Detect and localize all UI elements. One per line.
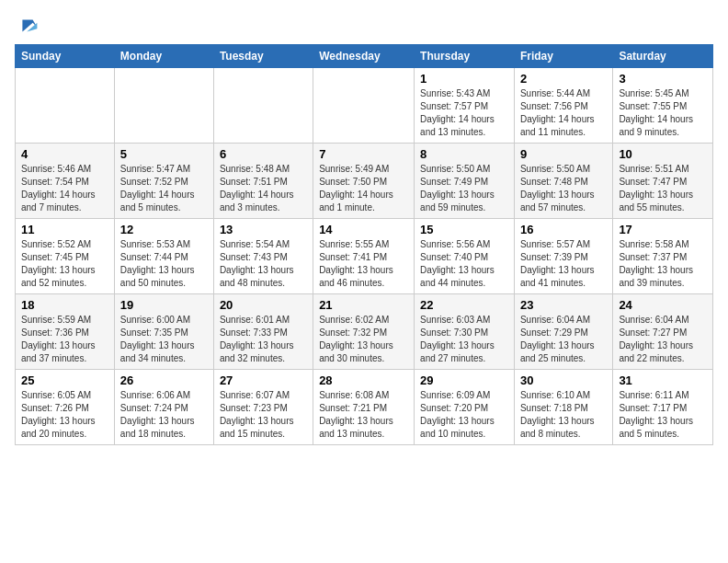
day-number: 4 <box>21 147 108 161</box>
calendar-day-cell: 1Sunrise: 5:43 AM Sunset: 7:57 PM Daylig… <box>415 68 515 144</box>
calendar-day-cell <box>313 68 415 144</box>
day-number: 19 <box>120 298 208 312</box>
day-number: 22 <box>420 298 508 312</box>
day-info: Sunrise: 5:56 AM Sunset: 7:40 PM Dayligh… <box>420 238 508 290</box>
day-number: 31 <box>619 373 707 387</box>
day-info: Sunrise: 6:06 AM Sunset: 7:24 PM Dayligh… <box>120 389 208 441</box>
calendar-day-cell: 2Sunrise: 5:44 AM Sunset: 7:56 PM Daylig… <box>514 68 612 144</box>
day-info: Sunrise: 5:46 AM Sunset: 7:54 PM Dayligh… <box>21 163 108 214</box>
calendar-day-cell: 17Sunrise: 5:58 AM Sunset: 7:37 PM Dayli… <box>613 219 713 294</box>
day-number: 26 <box>120 373 208 387</box>
day-info: Sunrise: 5:49 AM Sunset: 7:50 PM Dayligh… <box>319 163 408 214</box>
calendar-day-cell: 22Sunrise: 6:03 AM Sunset: 7:30 PM Dayli… <box>415 294 515 370</box>
calendar-day-cell: 10Sunrise: 5:51 AM Sunset: 7:47 PM Dayli… <box>613 144 713 219</box>
day-number: 7 <box>319 147 408 161</box>
calendar-day-cell: 12Sunrise: 5:53 AM Sunset: 7:44 PM Dayli… <box>114 219 213 294</box>
day-info: Sunrise: 6:10 AM Sunset: 7:18 PM Dayligh… <box>520 389 607 441</box>
logo <box>15 15 39 37</box>
logo-text <box>15 15 39 37</box>
day-number: 28 <box>319 373 408 387</box>
day-info: Sunrise: 5:44 AM Sunset: 7:56 PM Dayligh… <box>520 87 607 139</box>
calendar-week-row: 11Sunrise: 5:52 AM Sunset: 7:45 PM Dayli… <box>16 219 713 294</box>
calendar-day-cell <box>213 68 313 144</box>
calendar-day-cell: 29Sunrise: 6:09 AM Sunset: 7:20 PM Dayli… <box>415 370 515 445</box>
day-info: Sunrise: 5:52 AM Sunset: 7:45 PM Dayligh… <box>21 238 108 290</box>
day-number: 9 <box>520 147 607 161</box>
day-number: 29 <box>420 373 508 387</box>
day-number: 12 <box>120 223 208 236</box>
calendar-day-cell: 4Sunrise: 5:46 AM Sunset: 7:54 PM Daylig… <box>16 144 115 219</box>
calendar-day-cell: 8Sunrise: 5:50 AM Sunset: 7:49 PM Daylig… <box>415 144 515 219</box>
weekday-header: Tuesday <box>213 45 313 68</box>
calendar-day-cell: 24Sunrise: 6:04 AM Sunset: 7:27 PM Dayli… <box>613 294 713 370</box>
calendar-day-cell: 7Sunrise: 5:49 AM Sunset: 7:50 PM Daylig… <box>313 144 415 219</box>
calendar-day-cell: 23Sunrise: 6:04 AM Sunset: 7:29 PM Dayli… <box>514 294 612 370</box>
day-info: Sunrise: 6:04 AM Sunset: 7:29 PM Dayligh… <box>520 314 607 365</box>
calendar-day-cell: 5Sunrise: 5:47 AM Sunset: 7:52 PM Daylig… <box>114 144 213 219</box>
day-info: Sunrise: 5:47 AM Sunset: 7:52 PM Dayligh… <box>120 163 208 214</box>
day-number: 17 <box>619 223 707 236</box>
day-info: Sunrise: 5:50 AM Sunset: 7:49 PM Dayligh… <box>420 163 508 214</box>
day-number: 5 <box>120 147 208 161</box>
calendar-day-cell: 14Sunrise: 5:55 AM Sunset: 7:41 PM Dayli… <box>313 219 415 294</box>
calendar-day-cell: 30Sunrise: 6:10 AM Sunset: 7:18 PM Dayli… <box>514 370 612 445</box>
day-number: 25 <box>21 373 108 387</box>
day-info: Sunrise: 5:57 AM Sunset: 7:39 PM Dayligh… <box>520 238 607 290</box>
day-info: Sunrise: 6:08 AM Sunset: 7:21 PM Dayligh… <box>319 389 408 441</box>
weekday-header: Thursday <box>415 45 515 68</box>
day-number: 3 <box>619 72 707 86</box>
day-number: 1 <box>420 72 508 86</box>
day-info: Sunrise: 6:05 AM Sunset: 7:26 PM Dayligh… <box>21 389 108 441</box>
day-number: 20 <box>220 298 307 312</box>
calendar-day-cell: 16Sunrise: 5:57 AM Sunset: 7:39 PM Dayli… <box>514 219 612 294</box>
day-info: Sunrise: 6:01 AM Sunset: 7:33 PM Dayligh… <box>220 314 307 365</box>
day-info: Sunrise: 5:58 AM Sunset: 7:37 PM Dayligh… <box>619 238 707 290</box>
day-info: Sunrise: 5:55 AM Sunset: 7:41 PM Dayligh… <box>319 238 408 290</box>
day-number: 24 <box>619 298 707 312</box>
day-info: Sunrise: 5:54 AM Sunset: 7:43 PM Dayligh… <box>220 238 307 290</box>
calendar-header-row: SundayMondayTuesdayWednesdayThursdayFrid… <box>16 45 713 68</box>
calendar-body: 1Sunrise: 5:43 AM Sunset: 7:57 PM Daylig… <box>16 68 713 445</box>
calendar-day-cell <box>16 68 115 144</box>
day-info: Sunrise: 5:53 AM Sunset: 7:44 PM Dayligh… <box>120 238 208 290</box>
day-info: Sunrise: 5:45 AM Sunset: 7:55 PM Dayligh… <box>619 87 707 139</box>
day-number: 27 <box>220 373 307 387</box>
day-info: Sunrise: 5:43 AM Sunset: 7:57 PM Dayligh… <box>420 87 508 139</box>
day-number: 14 <box>319 223 408 236</box>
calendar-day-cell <box>114 68 213 144</box>
weekday-header: Wednesday <box>313 45 415 68</box>
weekday-header: Friday <box>514 45 612 68</box>
calendar-day-cell: 21Sunrise: 6:02 AM Sunset: 7:32 PM Dayli… <box>313 294 415 370</box>
calendar-week-row: 25Sunrise: 6:05 AM Sunset: 7:26 PM Dayli… <box>16 370 713 445</box>
day-number: 6 <box>220 147 307 161</box>
calendar-day-cell: 27Sunrise: 6:07 AM Sunset: 7:23 PM Dayli… <box>213 370 313 445</box>
day-number: 8 <box>420 147 508 161</box>
calendar-day-cell: 15Sunrise: 5:56 AM Sunset: 7:40 PM Dayli… <box>415 219 515 294</box>
day-number: 30 <box>520 373 607 387</box>
day-info: Sunrise: 6:00 AM Sunset: 7:35 PM Dayligh… <box>120 314 208 365</box>
day-number: 2 <box>520 72 607 86</box>
day-info: Sunrise: 6:11 AM Sunset: 7:17 PM Dayligh… <box>619 389 707 441</box>
day-number: 18 <box>21 298 108 312</box>
weekday-header: Monday <box>114 45 213 68</box>
day-info: Sunrise: 5:51 AM Sunset: 7:47 PM Dayligh… <box>619 163 707 214</box>
calendar-table: SundayMondayTuesdayWednesdayThursdayFrid… <box>15 44 713 445</box>
day-number: 10 <box>619 147 707 161</box>
day-info: Sunrise: 6:07 AM Sunset: 7:23 PM Dayligh… <box>220 389 307 441</box>
day-info: Sunrise: 5:59 AM Sunset: 7:36 PM Dayligh… <box>21 314 108 365</box>
calendar-week-row: 18Sunrise: 5:59 AM Sunset: 7:36 PM Dayli… <box>16 294 713 370</box>
day-info: Sunrise: 6:02 AM Sunset: 7:32 PM Dayligh… <box>319 314 408 365</box>
calendar-day-cell: 26Sunrise: 6:06 AM Sunset: 7:24 PM Dayli… <box>114 370 213 445</box>
day-number: 23 <box>520 298 607 312</box>
calendar-day-cell: 20Sunrise: 6:01 AM Sunset: 7:33 PM Dayli… <box>213 294 313 370</box>
day-info: Sunrise: 5:48 AM Sunset: 7:51 PM Dayligh… <box>220 163 307 214</box>
weekday-header: Saturday <box>613 45 713 68</box>
calendar-day-cell: 31Sunrise: 6:11 AM Sunset: 7:17 PM Dayli… <box>613 370 713 445</box>
calendar-day-cell: 9Sunrise: 5:50 AM Sunset: 7:48 PM Daylig… <box>514 144 612 219</box>
page-header <box>15 15 713 37</box>
calendar-day-cell: 11Sunrise: 5:52 AM Sunset: 7:45 PM Dayli… <box>16 219 115 294</box>
calendar-day-cell: 3Sunrise: 5:45 AM Sunset: 7:55 PM Daylig… <box>613 68 713 144</box>
calendar-day-cell: 18Sunrise: 5:59 AM Sunset: 7:36 PM Dayli… <box>16 294 115 370</box>
day-info: Sunrise: 6:04 AM Sunset: 7:27 PM Dayligh… <box>619 314 707 365</box>
weekday-header: Sunday <box>16 45 115 68</box>
